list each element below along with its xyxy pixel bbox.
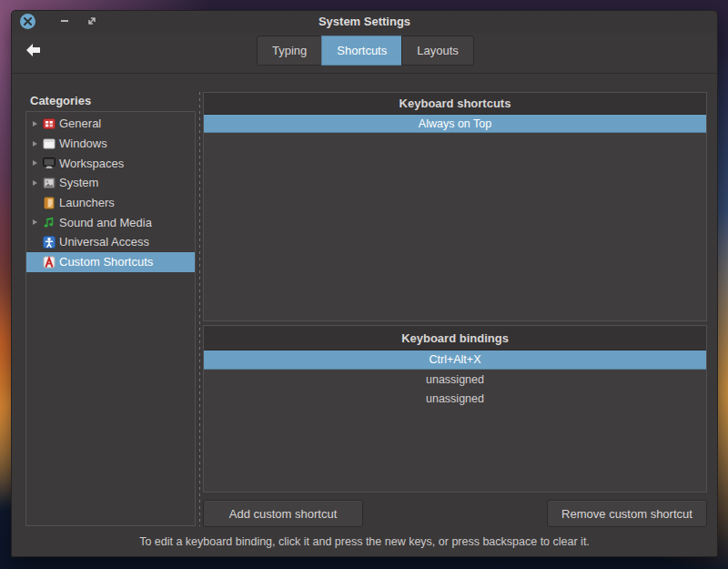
- system-icon: [42, 176, 56, 190]
- expander-icon[interactable]: [29, 180, 40, 186]
- keyboard-shortcuts-header: Keyboard shortcuts: [204, 93, 706, 115]
- expander-icon[interactable]: [29, 160, 40, 166]
- tab-shortcuts[interactable]: Shortcuts: [321, 36, 402, 66]
- general-icon: [42, 117, 56, 131]
- sidebar-item-custom-shortcuts[interactable]: Custom Shortcuts: [26, 252, 195, 272]
- sidebar-item-label: Sound and Media: [59, 216, 152, 229]
- sidebar-item-system[interactable]: System: [26, 173, 195, 193]
- sidebar-item-sound-and-media[interactable]: Sound and Media: [26, 212, 195, 232]
- sidebar-item-label: General: [59, 117, 101, 130]
- toolbar-separator: [12, 73, 717, 74]
- tab-bar: Typing Shortcuts Layouts: [257, 36, 473, 66]
- sidebar-item-label: Custom Shortcuts: [59, 255, 153, 269]
- binding-edit-hint: To edit a keyboard binding, click it and…: [12, 535, 717, 548]
- keyboard-bindings-panel: Keyboard bindings Ctrl+Alt+X unassigned …: [203, 325, 707, 493]
- binding-row-3[interactable]: unassigned: [204, 389, 706, 408]
- categories-header: Categories: [30, 94, 91, 107]
- keyboard-bindings-header: Keyboard bindings: [204, 326, 706, 351]
- keyboard-shortcuts-panel: Keyboard shortcuts Always on Top: [203, 92, 707, 321]
- launchers-icon: [42, 196, 56, 210]
- pane-resize-handle[interactable]: [198, 92, 200, 526]
- sidebar-item-workspaces[interactable]: Workspaces: [26, 153, 195, 173]
- expander-icon[interactable]: [29, 219, 40, 225]
- binding-row-1[interactable]: Ctrl+Alt+X: [204, 351, 706, 370]
- add-custom-shortcut-button[interactable]: Add custom shortcut: [203, 500, 363, 527]
- sidebar-item-label: Launchers: [59, 196, 115, 209]
- tab-layouts[interactable]: Layouts: [401, 36, 474, 66]
- sidebar-item-label: System: [59, 176, 98, 189]
- universal-access-icon: [42, 235, 56, 249]
- expander-icon[interactable]: [29, 121, 40, 127]
- windows-icon: [42, 137, 56, 151]
- tab-typing[interactable]: Typing: [257, 36, 322, 66]
- window-title: System Settings: [12, 15, 717, 28]
- sidebar-item-universal-access[interactable]: Universal Access: [26, 232, 195, 252]
- shortcut-row-always-on-top[interactable]: Always on Top: [204, 115, 706, 133]
- sound-and-media-icon: [42, 215, 56, 229]
- system-settings-window: System Settings Typing Shortcuts Layouts…: [11, 10, 718, 557]
- expander-icon[interactable]: [29, 141, 40, 147]
- titlebar: System Settings: [12, 11, 717, 33]
- sidebar-item-label: Workspaces: [59, 157, 124, 170]
- remove-custom-shortcut-button[interactable]: Remove custom shortcut: [547, 500, 707, 527]
- binding-row-2[interactable]: unassigned: [204, 370, 706, 389]
- sidebar-item-windows[interactable]: Windows: [26, 134, 195, 154]
- sidebar-item-label: Windows: [59, 137, 107, 150]
- custom-shortcuts-icon: [42, 255, 56, 269]
- sidebar-item-label: Universal Access: [59, 235, 149, 249]
- sidebar-item-launchers[interactable]: Launchers: [26, 193, 195, 213]
- back-button[interactable]: [25, 43, 49, 61]
- categories-list: General Windows Workspaces: [25, 111, 196, 526]
- workspaces-icon: [42, 156, 56, 170]
- back-arrow-icon: [25, 43, 42, 61]
- sidebar-item-general[interactable]: General: [26, 114, 195, 134]
